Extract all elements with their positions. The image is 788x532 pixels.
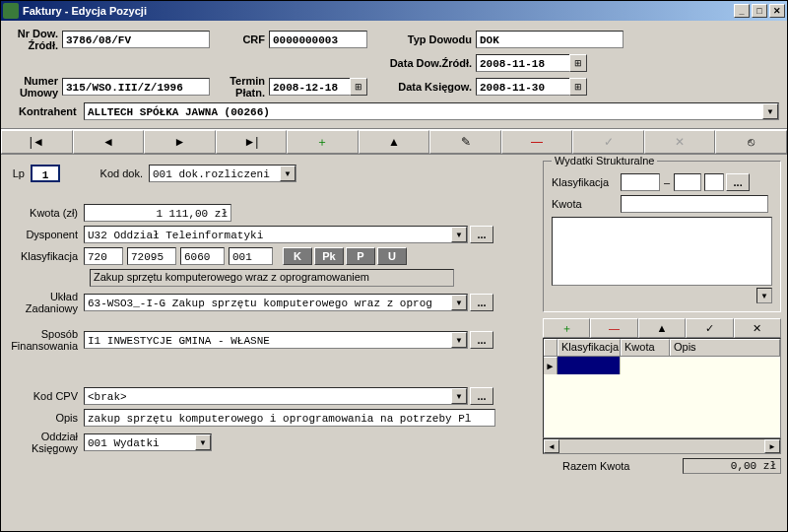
main-panel: Lp 1 Kod dok. 001 dok.rozliczeni ▼ Kwota… bbox=[1, 155, 787, 531]
ws-razem-label: Razem Kwota bbox=[543, 460, 683, 472]
exit-button[interactable]: ⎋ bbox=[715, 130, 787, 154]
sposob-field[interactable]: I1 INWESTYCJE GMINA - WŁASNE bbox=[84, 331, 468, 349]
kod-cpv-browse-button[interactable]: ... bbox=[470, 387, 493, 405]
numer-umowy-field[interactable]: 315/WSO.III/Z/1996 bbox=[62, 78, 210, 96]
seg-pk-button[interactable]: Pk bbox=[314, 247, 344, 265]
kontrahent-label: Kontrahent bbox=[9, 105, 78, 117]
termin-platn-field[interactable]: 2008-12-18 bbox=[269, 78, 350, 96]
lp-label: Lp bbox=[11, 167, 31, 179]
numer-umowy-label: Numer Umowy bbox=[9, 75, 62, 99]
klas-field-4[interactable]: 001 bbox=[229, 247, 273, 265]
header-panel: Nr Dow. Źródł. 3786/08/FV CRF 0000000003… bbox=[1, 21, 787, 129]
ws-scroll-right-icon[interactable]: ► bbox=[764, 439, 780, 453]
ws-kwota-field[interactable] bbox=[621, 195, 768, 213]
opis-field[interactable]: zakup sprzętu komputerowego i oprogramow… bbox=[84, 409, 495, 427]
klasyfikacja-label: Klasyfikacja bbox=[11, 250, 84, 262]
typ-dowodu-label: Typ Dowodu bbox=[367, 33, 476, 45]
seg-p-button[interactable]: P bbox=[346, 247, 375, 265]
maximize-button[interactable]: □ bbox=[752, 4, 767, 18]
ws-textarea-scroll-icon[interactable]: ▼ bbox=[756, 288, 772, 303]
dysponent-dropdown-icon[interactable]: ▼ bbox=[451, 227, 467, 242]
klas-field-2[interactable]: 72095 bbox=[127, 247, 176, 265]
kwota-field[interactable]: 1 111,00 zł bbox=[84, 204, 231, 222]
sposob-label: Sposób Finansowania bbox=[11, 328, 84, 352]
nr-dow-field[interactable]: 3786/08/FV bbox=[62, 31, 210, 48]
delete-button[interactable]: — bbox=[501, 130, 573, 154]
dysponent-browse-button[interactable]: ... bbox=[470, 226, 493, 243]
uklad-label: Układ Zadaniowy bbox=[11, 291, 84, 314]
seg-u-button[interactable]: U bbox=[377, 247, 407, 265]
oddzial-dropdown-icon[interactable]: ▼ bbox=[195, 434, 211, 450]
data-dow-calendar-icon[interactable]: ⊞ bbox=[569, 54, 587, 72]
data-dow-field[interactable]: 2008-11-18 bbox=[476, 54, 569, 72]
first-record-button[interactable]: |◄ bbox=[1, 130, 73, 154]
ws-grid-header-klas[interactable]: Klasyfikacja bbox=[558, 339, 621, 356]
wydatki-strukturalne-group: Wydatki Strukturalne Klasyfikacja – ... … bbox=[543, 161, 781, 312]
kod-dok-dropdown-icon[interactable]: ▼ bbox=[280, 166, 296, 181]
ws-cell-klas[interactable] bbox=[558, 357, 621, 374]
data-ksieg-label: Data Księgow. bbox=[367, 81, 476, 93]
ws-confirm-button[interactable]: ✓ bbox=[686, 318, 733, 338]
kod-dok-label: Kod dok. bbox=[80, 167, 149, 179]
typ-dowodu-field[interactable]: DOK bbox=[476, 31, 624, 48]
ws-title: Wydatki Strukturalne bbox=[552, 155, 657, 166]
uklad-field[interactable]: 63-WSO3_-I-G Zakup sprzętu komputerowego… bbox=[84, 294, 468, 311]
minimize-button[interactable]: _ bbox=[734, 4, 750, 18]
uklad-browse-button[interactable]: ... bbox=[470, 294, 493, 311]
app-icon bbox=[3, 3, 19, 19]
ws-klas-field-1[interactable] bbox=[621, 173, 660, 191]
ws-row-indicator-icon: ► bbox=[544, 357, 558, 374]
uklad-dropdown-icon[interactable]: ▼ bbox=[451, 295, 467, 310]
ws-cancel-button[interactable]: ✕ bbox=[734, 318, 781, 338]
ws-klas-field-3[interactable] bbox=[704, 173, 724, 191]
ws-dash: – bbox=[660, 176, 674, 188]
ws-add-button[interactable]: ＋ bbox=[543, 318, 590, 338]
titlebar: Faktury - Edycja Pozycji _ □ ✕ bbox=[1, 1, 787, 21]
up-button[interactable]: ▲ bbox=[359, 130, 430, 154]
crf-field[interactable]: 0000000003 bbox=[269, 31, 367, 48]
kwota-label: Kwota (zł) bbox=[11, 207, 84, 219]
crf-label: CRF bbox=[210, 33, 269, 45]
klas-field-3[interactable]: 6060 bbox=[180, 247, 225, 265]
ws-up-button[interactable]: ▲ bbox=[638, 318, 686, 338]
opis-label: Opis bbox=[11, 412, 84, 424]
ws-delete-button[interactable]: — bbox=[590, 318, 637, 338]
ws-grid-header-opis[interactable]: Opis bbox=[670, 339, 780, 356]
cancel-button[interactable]: ✕ bbox=[644, 130, 716, 154]
lp-field[interactable]: 1 bbox=[31, 165, 60, 182]
left-form: Lp 1 Kod dok. 001 dok.rozliczeni ▼ Kwota… bbox=[1, 155, 541, 531]
window: Faktury - Edycja Pozycji _ □ ✕ Nr Dow. Ź… bbox=[0, 0, 788, 532]
sposob-dropdown-icon[interactable]: ▼ bbox=[451, 332, 467, 348]
ws-scroll-left-icon[interactable]: ◄ bbox=[544, 439, 559, 453]
kontrahent-field[interactable]: ALLTECH SPÓŁKA JAWNA (00266) bbox=[84, 102, 779, 120]
data-ksieg-calendar-icon[interactable]: ⊞ bbox=[569, 78, 587, 96]
kontrahent-dropdown-icon[interactable]: ▼ bbox=[762, 103, 778, 119]
seg-k-button[interactable]: K bbox=[283, 247, 312, 265]
prev-record-button[interactable]: ◄ bbox=[73, 130, 145, 154]
oddzial-field[interactable]: 001 Wydatki bbox=[84, 433, 212, 451]
kod-cpv-field[interactable]: <brak> bbox=[84, 387, 468, 405]
sposob-browse-button[interactable]: ... bbox=[470, 331, 493, 349]
ws-grid-row[interactable]: ► bbox=[544, 357, 780, 374]
last-record-button[interactable]: ►| bbox=[216, 130, 288, 154]
dysponent-label: Dysponent bbox=[11, 229, 84, 240]
klas-field-1[interactable]: 720 bbox=[84, 247, 123, 265]
close-button[interactable]: ✕ bbox=[769, 4, 785, 18]
ws-klas-browse-button[interactable]: ... bbox=[726, 173, 750, 191]
termin-platn-calendar-icon[interactable]: ⊞ bbox=[350, 78, 367, 96]
kod-cpv-dropdown-icon[interactable]: ▼ bbox=[451, 388, 467, 404]
ws-textarea[interactable] bbox=[552, 217, 772, 286]
edit-button[interactable]: ✎ bbox=[429, 130, 501, 154]
oddzial-label: Oddział Księgowy bbox=[11, 431, 84, 454]
ws-grid-header-kwota[interactable]: Kwota bbox=[621, 339, 670, 356]
confirm-button[interactable]: ✓ bbox=[572, 130, 644, 154]
data-ksieg-field[interactable]: 2008-11-30 bbox=[476, 78, 569, 96]
ws-klas-field-2[interactable] bbox=[674, 173, 701, 191]
kod-cpv-label: Kod CPV bbox=[11, 390, 84, 402]
add-record-button[interactable]: ＋ bbox=[287, 130, 359, 154]
next-record-button[interactable]: ► bbox=[144, 130, 216, 154]
dysponent-field[interactable]: U32 Oddział Teleinformatyki bbox=[84, 226, 468, 243]
ws-horizontal-scrollbar[interactable]: ◄ ► bbox=[543, 438, 781, 454]
nr-dow-label: Nr Dow. Źródł. bbox=[9, 28, 62, 51]
kod-dok-field[interactable]: 001 dok.rozliczeni bbox=[149, 165, 296, 182]
